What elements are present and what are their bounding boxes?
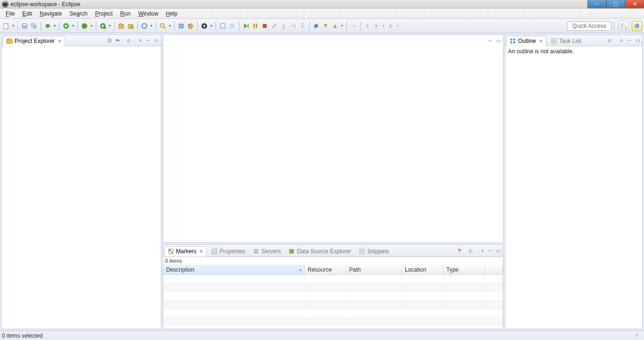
open-perspective-button[interactable] xyxy=(619,21,629,31)
separator xyxy=(41,21,41,31)
menu-project[interactable]: Project xyxy=(91,9,116,18)
menu-run[interactable]: Run xyxy=(117,9,134,18)
java-ee-perspective-button[interactable]: EE xyxy=(632,21,642,31)
save-all-button[interactable] xyxy=(30,22,38,30)
resize-grip[interactable]: ⠿ xyxy=(636,333,642,338)
open-type-dropdown[interactable]: ▾ xyxy=(150,24,153,28)
quick-access-input[interactable]: Quick Access xyxy=(567,21,611,31)
close-icon[interactable]: ✕ xyxy=(539,38,543,44)
web-browser-button[interactable] xyxy=(177,22,185,30)
tab-markers[interactable]: Markers ✕ xyxy=(164,246,207,257)
new-dropdown[interactable]: ▾ xyxy=(11,24,15,28)
table-cell xyxy=(443,300,485,308)
table-cell xyxy=(163,309,305,317)
maximize-view-button[interactable]: ▭ xyxy=(494,247,502,255)
print-button[interactable] xyxy=(200,22,209,30)
tab-data-source-explorer[interactable]: Data Source Explorer xyxy=(285,246,354,257)
coverage-dropdown[interactable]: ▾ xyxy=(90,24,93,28)
print-dropdown[interactable]: ▾ xyxy=(209,24,213,28)
save-button[interactable] xyxy=(20,22,29,30)
prev-annotation-button[interactable] xyxy=(331,22,339,30)
toggle-mark-button[interactable] xyxy=(228,22,236,30)
svg-rect-39 xyxy=(254,249,259,251)
column-header-path[interactable]: Path xyxy=(346,265,402,275)
close-button[interactable]: ✕ xyxy=(625,0,644,8)
maximize-editor-button[interactable]: ▭ xyxy=(494,37,502,44)
search-button[interactable] xyxy=(159,22,167,30)
forward-button[interactable] xyxy=(372,22,381,30)
debug-button[interactable] xyxy=(43,22,52,30)
disconnect-button[interactable] xyxy=(270,22,278,30)
nav-dropdown[interactable]: ▾ xyxy=(382,24,385,28)
menu-search[interactable]: Search xyxy=(66,9,91,18)
annotation-dropdown[interactable]: ▾ xyxy=(340,24,344,28)
column-header-resource[interactable]: Resource xyxy=(305,265,346,275)
minimize-editor-button[interactable]: ─ xyxy=(486,37,494,44)
menu-window[interactable]: Window xyxy=(134,9,162,18)
tab-dse-label: Data Source Explorer xyxy=(297,248,351,255)
tab-project-explorer[interactable]: Project Explorer ✕ xyxy=(3,36,65,46)
close-icon[interactable]: ✕ xyxy=(58,38,62,44)
maximize-button[interactable]: ▢ xyxy=(606,0,625,8)
nav2-dropdown[interactable]: ▾ xyxy=(396,24,400,28)
tab-properties[interactable]: Properties xyxy=(208,246,249,257)
new-class-button[interactable] xyxy=(126,22,135,30)
run-button[interactable] xyxy=(62,22,70,30)
minimize-view-button[interactable]: ─ xyxy=(486,247,494,255)
link-editor-button[interactable]: ⇆ xyxy=(114,37,121,44)
xml-button[interactable]: JS xyxy=(186,22,195,30)
run-dropdown[interactable]: ▾ xyxy=(71,24,75,28)
new-package-button[interactable] xyxy=(117,22,125,30)
tab-servers[interactable]: Servers xyxy=(250,246,284,257)
table-cell xyxy=(305,309,346,317)
svg-point-26 xyxy=(283,27,284,29)
svg-rect-25 xyxy=(263,24,267,28)
close-icon[interactable]: ✕ xyxy=(199,249,203,255)
forward2-button[interactable] xyxy=(386,22,395,30)
collapse-all-button[interactable]: ⊟ xyxy=(106,37,113,44)
tab-task-list[interactable]: Task List xyxy=(547,36,585,46)
debug-dropdown[interactable]: ▾ xyxy=(53,24,57,28)
open-type-button[interactable] xyxy=(140,22,149,30)
maximize-view-button[interactable]: ▭ xyxy=(634,37,641,44)
search-dropdown[interactable]: ▾ xyxy=(168,24,172,28)
step-over-button[interactable] xyxy=(289,22,297,30)
menu-navigate[interactable]: Navigate xyxy=(36,9,66,18)
menu-file[interactable]: File xyxy=(2,9,18,18)
skip-breakpoints-button[interactable] xyxy=(312,22,320,30)
column-header-description[interactable]: Description▴ xyxy=(163,265,305,275)
next-annotation-button[interactable] xyxy=(321,22,330,30)
minimize-button[interactable]: ─ xyxy=(587,0,606,8)
view-menu-button[interactable]: ▿ xyxy=(136,37,144,44)
table-cell xyxy=(443,317,485,325)
filter-button[interactable] xyxy=(456,247,463,255)
last-edit-button[interactable] xyxy=(349,22,358,30)
column-header-location[interactable]: Location xyxy=(402,265,443,275)
svg-rect-31 xyxy=(625,27,627,29)
tab-snippets[interactable]: Snippets xyxy=(355,246,393,257)
view-menu-button[interactable]: ▿ xyxy=(478,247,486,255)
step-return-button[interactable] xyxy=(298,22,307,30)
menu-help[interactable]: Help xyxy=(162,9,182,18)
minimize-view-button[interactable]: ─ xyxy=(626,37,633,44)
resume-button[interactable] xyxy=(242,22,250,30)
step-into-button[interactable] xyxy=(279,22,288,30)
maximize-view-button[interactable]: ▭ xyxy=(152,37,160,44)
tab-outline[interactable]: Outline ✕ xyxy=(506,36,546,46)
table-cell xyxy=(305,300,346,308)
coverage-button[interactable] xyxy=(80,22,89,30)
new-button[interactable] xyxy=(2,22,10,30)
menu-edit[interactable]: Edit xyxy=(18,9,36,18)
separator xyxy=(309,21,309,31)
run-last-button[interactable] xyxy=(99,22,107,30)
back-button[interactable] xyxy=(363,22,371,30)
column-header-type[interactable]: Type xyxy=(443,265,485,275)
run-last-dropdown[interactable]: ▾ xyxy=(108,24,112,28)
outline-tabrow: Outline ✕ Task List ◐ ▿ ─ ▭ xyxy=(505,35,642,46)
terminate-button[interactable] xyxy=(260,22,269,30)
toggle-block-button[interactable] xyxy=(218,22,227,30)
view-menu-button[interactable]: ▿ xyxy=(618,37,625,44)
suspend-button[interactable] xyxy=(251,22,259,30)
separator xyxy=(346,21,347,31)
minimize-view-button[interactable]: ─ xyxy=(144,37,152,44)
